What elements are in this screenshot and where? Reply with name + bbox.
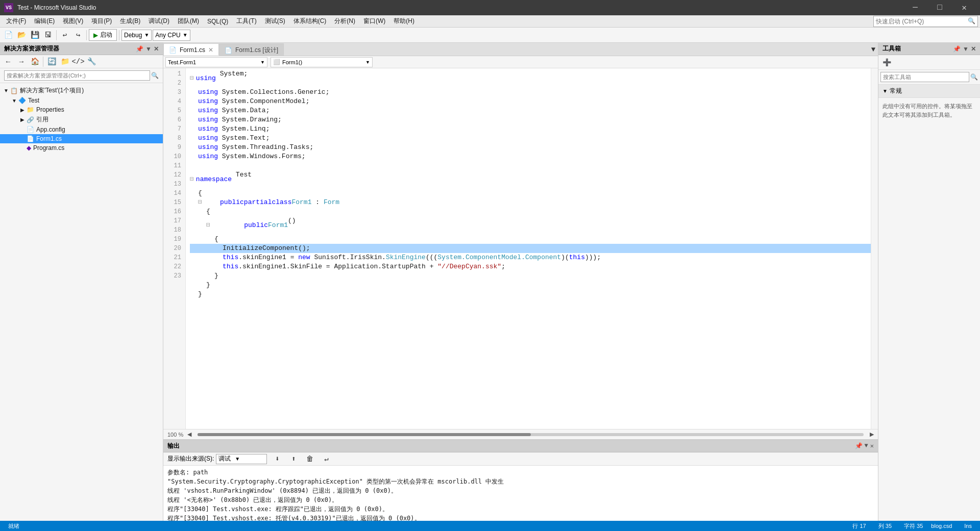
menu-analyze[interactable]: 分析(N) [330, 15, 359, 27]
solution-explorer-header-icons: 📌 ▼ ✕ [136, 45, 159, 53]
quick-launch-input[interactable] [874, 18, 966, 25]
tree-appconfig[interactable]: ▶ 📄 App.config [0, 125, 163, 134]
output-source-dropdown[interactable]: 调试 ▼ [216, 454, 267, 464]
se-forward-btn[interactable]: → [15, 56, 28, 68]
menu-window[interactable]: 窗口(W) [359, 15, 389, 27]
tree-arrow-properties: ▶ [18, 107, 27, 113]
tab-form1cs-designer[interactable]: 📄 Form1.cs [设计] [219, 43, 284, 56]
output-close-icon[interactable]: ✕ [870, 442, 874, 450]
programcs-icon: ◆ [27, 144, 31, 151]
tree-form1cs[interactable]: ▶ 📄 Form1.cs [0, 134, 163, 143]
tab-form1cs-close[interactable]: ✕ [208, 46, 213, 54]
toolbox-search-icon[interactable]: 🔍 [970, 73, 978, 81]
namespace-dropdown[interactable]: Test.Form1 ▼ [165, 57, 267, 67]
se-folder-btn[interactable]: 📁 [59, 56, 71, 68]
status-col: 列 35 [874, 522, 896, 530]
close-panel-icon[interactable]: ✕ [154, 45, 159, 53]
menu-team[interactable]: 团队(M) [174, 15, 203, 27]
menu-help[interactable]: 帮助(H) [389, 15, 419, 27]
code-line-17: InitializeComponent(); [190, 244, 871, 253]
tree-programcs[interactable]: ▶ ◆ Program.cs [0, 143, 163, 153]
toolbox-description: 此组中没有可用的控件。将某项拖至此文本可将其添加到工具箱。 [878, 98, 980, 123]
tab-dropdown-btn[interactable]: ▼ [869, 43, 878, 56]
tree-references[interactable]: ▶ 🔗 引用 [0, 114, 163, 125]
toolbar-undo-btn[interactable]: ↩ [59, 29, 71, 41]
toolbox-search-input[interactable] [880, 72, 969, 82]
window-arrow-icon[interactable]: ▼ [145, 45, 152, 53]
output-go-next-btn[interactable]: ⬇ [271, 453, 283, 465]
menu-sql[interactable]: SQL(Q) [203, 16, 232, 27]
toolbox-close-icon[interactable]: ✕ [971, 45, 976, 53]
quick-launch-bar[interactable]: 🔍 [873, 16, 978, 27]
output-dropdown-arrow: ▼ [235, 456, 240, 462]
menu-build[interactable]: 生成(B) [116, 15, 144, 27]
menu-project[interactable]: 项目(P) [87, 15, 116, 27]
solution-tree: ▼ 📋 解决方案'Test'(1个项目) ▼ 🔷 Test ▶ 📁 Proper… [0, 83, 163, 521]
close-button[interactable]: ✕ [952, 0, 976, 15]
solution-icon: 📋 [10, 87, 18, 94]
se-home-btn[interactable]: 🏠 [29, 56, 41, 68]
status-blog: blog.csd [931, 523, 956, 529]
output-word-wrap-btn[interactable]: ↵ [320, 453, 332, 465]
tree-project[interactable]: ▼ 🔷 Test [0, 96, 163, 105]
tab-form1cs[interactable]: 📄 Form1.cs ✕ [163, 43, 219, 56]
tab-designer-icon: 📄 [225, 47, 232, 54]
editor-v-scrollbar[interactable] [871, 68, 878, 429]
menu-tools[interactable]: 工具(T) [232, 15, 260, 27]
toolbox-panel: 工具箱 📌 ▼ ✕ ➕ 🔍 ▼ 常规 此组中没有可用的控件。将某项拖至此文本可将… [878, 43, 980, 521]
editor-output-area: 📄 Form1.cs ✕ 📄 Form1.cs [设计] ▼ Test.Form… [163, 43, 878, 521]
toolbox-pin-icon[interactable]: 📌 [953, 45, 961, 53]
se-code-icon[interactable]: </> [72, 56, 84, 68]
tree-solution[interactable]: ▼ 📋 解决方案'Test'(1个项目) [0, 85, 163, 96]
maximize-button[interactable]: □ [928, 0, 951, 15]
code-editor[interactable]: 1 2 3 4 5 6 7 8 9 10 11 12 13 14 15 16 1 [163, 68, 878, 429]
status-bar: 就绪 行 17 列 35 字符 35 blog.csd Ins [0, 521, 980, 531]
menu-view[interactable]: 视图(V) [59, 15, 87, 27]
platform-dropdown[interactable]: Any CPU ▼ [153, 30, 190, 41]
output-source-value: 调试 [218, 454, 231, 463]
debug-mode-dropdown[interactable]: Debug ▼ [121, 30, 152, 41]
se-properties-btn[interactable]: 🔧 [85, 56, 97, 68]
solution-search-input[interactable] [4, 70, 150, 81]
solution-search-icon[interactable]: 🔍 [151, 72, 159, 80]
toolbar-open-btn[interactable]: 📂 [15, 29, 28, 41]
zoom-right-btn[interactable]: ▶ [870, 431, 874, 438]
menu-edit[interactable]: 编辑(E) [30, 15, 59, 27]
toolbox-add-item-btn[interactable]: ➕ [880, 56, 893, 68]
member-dropdown[interactable]: ⬜ Form1() ▼ [271, 57, 373, 67]
toolbox-header-icons: 📌 ▼ ✕ [953, 45, 976, 53]
menu-file[interactable]: 文件(F) [2, 15, 30, 27]
zoom-slider[interactable] [198, 433, 864, 436]
toolbar-redo-btn[interactable]: ↪ [72, 29, 84, 41]
se-back-btn[interactable]: ← [2, 56, 14, 68]
toolbar-save-all-btn[interactable]: 🖫 [42, 29, 54, 41]
output-panel: 输出 📌 ▼ ✕ 显示输出来源(S): 调试 ▼ ⬇ ⬆ 🗑 [163, 439, 878, 521]
toolbar-new-btn[interactable]: 📄 [2, 29, 14, 41]
pin-icon[interactable]: 📌 [136, 45, 143, 53]
menu-debug[interactable]: 调试(D) [144, 15, 174, 27]
toolbox-add-btn-row: ➕ [878, 55, 980, 70]
toolbox-category[interactable]: ▼ 常规 [878, 85, 980, 98]
code-line-20: } [190, 271, 871, 281]
toolbar-save-btn[interactable]: 💾 [29, 29, 41, 41]
toolbox-category-arrow: ▼ [883, 88, 888, 94]
tree-properties[interactable]: ▶ 📁 Properties [0, 105, 163, 114]
toolbar-run-button[interactable]: ▶ 启动 [89, 29, 117, 41]
output-go-prev-btn[interactable]: ⬆ [287, 453, 300, 465]
output-window-icon[interactable]: ▼ [865, 442, 868, 450]
minimize-button[interactable]: ─ [903, 0, 927, 15]
code-text[interactable]: ⊟using System; using System.Collections.… [186, 68, 871, 429]
code-line-8: using System.Threading.Tasks; [190, 143, 871, 152]
menu-architecture[interactable]: 体系结构(C) [289, 15, 331, 27]
tab-form1cs-icon: 📄 [169, 46, 177, 54]
output-clear-btn[interactable]: 🗑 [304, 453, 316, 465]
zoom-left-btn[interactable]: ◀ [187, 431, 191, 438]
se-refresh-btn[interactable]: 🔄 [45, 56, 58, 68]
menu-test[interactable]: 测试(S) [261, 15, 289, 27]
code-line-10 [190, 161, 871, 170]
code-line-5: using System.Drawing; [190, 115, 871, 124]
toolbox-window-icon[interactable]: ▼ [963, 45, 969, 53]
output-pin-icon[interactable]: 📌 [855, 442, 863, 450]
platform-label: Any CPU [155, 32, 180, 39]
quick-launch-search-icon[interactable]: 🔍 [966, 17, 977, 25]
